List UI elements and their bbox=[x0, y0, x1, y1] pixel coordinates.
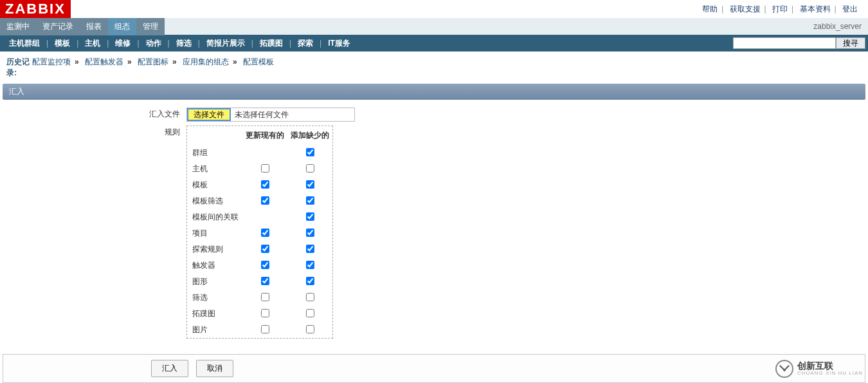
rule-checkbox[interactable] bbox=[306, 309, 314, 317]
crumb-graphs[interactable]: 配置图标 bbox=[138, 57, 168, 66]
rule-checkbox[interactable] bbox=[306, 293, 314, 301]
rule-checkbox[interactable] bbox=[306, 245, 314, 253]
tab-configuration[interactable]: 组态 bbox=[108, 18, 136, 35]
subtab-actions[interactable]: 动作 bbox=[140, 38, 168, 49]
breadcrumb: 配置监控项» 配置触发器» 配置图标» 应用集的组态» 配置模板 bbox=[32, 57, 274, 79]
rule-label: 模板筛选 bbox=[187, 193, 242, 209]
rule-cell bbox=[287, 225, 332, 241]
crumb-triggers[interactable]: 配置触发器 bbox=[85, 57, 123, 66]
rule-checkbox[interactable] bbox=[306, 148, 314, 156]
rule-checkbox[interactable] bbox=[261, 325, 269, 333]
search-button[interactable]: 搜寻 bbox=[836, 37, 865, 49]
rule-label: 模板间的关联 bbox=[187, 209, 242, 225]
table-row: 拓蹼图 bbox=[187, 306, 332, 322]
rule-cell bbox=[242, 193, 287, 209]
rule-label: 拓蹼图 bbox=[187, 306, 242, 322]
subtab-templates[interactable]: 模板 bbox=[48, 38, 77, 49]
rule-checkbox[interactable] bbox=[261, 245, 269, 253]
rule-checkbox[interactable] bbox=[261, 196, 269, 205]
rules-header-update: 更新现有的 bbox=[242, 126, 287, 145]
table-row: 探索规则 bbox=[187, 241, 332, 257]
rule-label: 探索规则 bbox=[187, 241, 242, 257]
rule-checkbox[interactable] bbox=[261, 293, 269, 301]
history-label: 历史记录: bbox=[6, 57, 32, 79]
rule-cell bbox=[287, 241, 332, 257]
choose-file-button[interactable]: 选择文件 bbox=[187, 108, 231, 121]
sub-nav: 主机群组| 模板| 主机| 维修| 动作| 筛选| 简报片展示| 拓蹼图| 探索… bbox=[3, 38, 357, 49]
rule-label: 筛选 bbox=[187, 290, 242, 306]
link-logout[interactable]: 登出 bbox=[838, 5, 862, 14]
tab-inventory[interactable]: 资产记录 bbox=[36, 18, 80, 35]
logo: ZABBIX bbox=[0, 0, 71, 18]
subtab-screens[interactable]: 筛选 bbox=[170, 38, 198, 49]
tab-administration[interactable]: 管理 bbox=[136, 18, 165, 35]
rule-checkbox[interactable] bbox=[261, 229, 269, 237]
rule-cell bbox=[287, 306, 332, 322]
file-chooser[interactable]: 选择文件 未选择任何文件 bbox=[186, 107, 355, 122]
rules-header-empty bbox=[187, 126, 242, 145]
tab-reports[interactable]: 报表 bbox=[80, 18, 108, 35]
rule-label: 群组 bbox=[187, 145, 242, 161]
table-row: 触发器 bbox=[187, 257, 332, 274]
table-row: 主机 bbox=[187, 161, 332, 177]
rule-checkbox[interactable] bbox=[306, 229, 314, 237]
rule-checkbox[interactable] bbox=[306, 180, 314, 189]
subtab-discovery[interactable]: 探索 bbox=[291, 38, 320, 49]
brand-icon bbox=[775, 360, 793, 378]
import-file-label: 汇入文件 bbox=[6, 107, 186, 122]
subtab-maps[interactable]: 拓蹼图 bbox=[253, 38, 289, 49]
file-chosen-text: 未选择任何文件 bbox=[231, 109, 293, 120]
rule-checkbox[interactable] bbox=[306, 164, 314, 173]
rule-cell bbox=[242, 257, 287, 274]
table-row: 筛选 bbox=[187, 290, 332, 306]
rule-checkbox[interactable] bbox=[306, 212, 314, 221]
crumb-applications[interactable]: 应用集的组态 bbox=[183, 57, 229, 66]
subtab-hostgroups[interactable]: 主机群组 bbox=[3, 38, 46, 49]
rule-label: 图片 bbox=[187, 322, 242, 338]
rule-checkbox[interactable] bbox=[306, 277, 314, 285]
tab-monitoring[interactable]: 监测中 bbox=[0, 18, 36, 35]
rule-cell bbox=[242, 274, 287, 290]
crumb-templates[interactable]: 配置模板 bbox=[243, 57, 274, 66]
subtab-hosts[interactable]: 主机 bbox=[78, 38, 107, 49]
link-help[interactable]: 帮助 bbox=[698, 5, 721, 14]
rule-cell bbox=[242, 306, 287, 322]
link-profile[interactable]: 基本资料 bbox=[796, 5, 835, 14]
crumb-items[interactable]: 配置监控项 bbox=[32, 57, 71, 66]
rule-checkbox[interactable] bbox=[261, 309, 269, 317]
table-row: 模板 bbox=[187, 177, 332, 193]
table-row: 群组 bbox=[187, 145, 332, 161]
link-print[interactable]: 打印 bbox=[768, 5, 791, 14]
rule-cell bbox=[287, 145, 332, 161]
subtab-itservices[interactable]: IT服务 bbox=[321, 38, 357, 49]
rule-checkbox[interactable] bbox=[261, 261, 269, 269]
rule-label: 触发器 bbox=[187, 257, 242, 274]
table-row: 项目 bbox=[187, 225, 332, 241]
rule-label: 图形 bbox=[187, 274, 242, 290]
rule-checkbox[interactable] bbox=[261, 180, 269, 189]
rule-checkbox[interactable] bbox=[306, 196, 314, 205]
subtab-slideshows[interactable]: 简报片展示 bbox=[200, 38, 251, 49]
rule-cell bbox=[242, 209, 287, 225]
cancel-button[interactable]: 取消 bbox=[196, 360, 233, 377]
rule-checkbox[interactable] bbox=[261, 277, 269, 285]
brand-en: CHUANG XIN HU LIAN bbox=[797, 371, 863, 377]
rule-cell bbox=[287, 177, 332, 193]
link-support[interactable]: 获取支援 bbox=[726, 5, 764, 14]
section-title: 汇入 bbox=[3, 84, 865, 100]
rule-label: 项目 bbox=[187, 225, 242, 241]
rules-header-add: 添加缺少的 bbox=[287, 126, 332, 145]
search-input[interactable] bbox=[733, 37, 836, 49]
rule-cell bbox=[287, 161, 332, 177]
rule-cell bbox=[287, 257, 332, 274]
rule-checkbox[interactable] bbox=[306, 325, 314, 333]
rule-cell bbox=[287, 193, 332, 209]
rule-cell bbox=[287, 209, 332, 225]
rule-cell bbox=[242, 322, 287, 338]
rules-label: 规则 bbox=[6, 126, 186, 339]
rule-checkbox[interactable] bbox=[261, 164, 269, 173]
rule-checkbox[interactable] bbox=[306, 261, 314, 269]
subtab-maintenance[interactable]: 维修 bbox=[109, 38, 137, 49]
rule-cell bbox=[242, 177, 287, 193]
import-button[interactable]: 汇入 bbox=[151, 360, 188, 377]
